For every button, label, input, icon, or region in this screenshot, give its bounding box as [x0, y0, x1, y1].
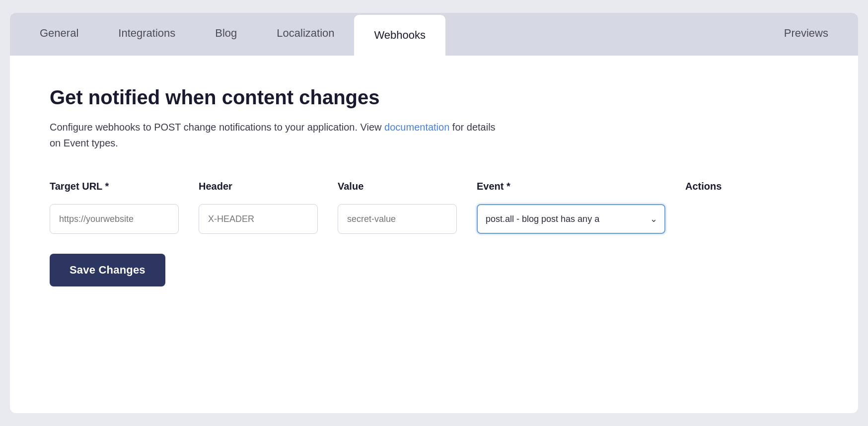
tab-integrations[interactable]: Integrations: [98, 13, 195, 56]
column-header-event: Event *: [477, 181, 665, 194]
tab-general[interactable]: General: [20, 13, 98, 56]
header-input[interactable]: [199, 204, 318, 234]
documentation-link[interactable]: documentation: [384, 122, 449, 133]
value-input[interactable]: [338, 204, 457, 234]
page-title: Get notified when content changes: [50, 85, 818, 109]
tab-bar: General Integrations Blog Localization W…: [10, 13, 858, 56]
page-description: Configure webhooks to POST change notifi…: [50, 119, 497, 151]
column-header-actions: Actions: [685, 181, 818, 194]
event-select-wrapper: post.all - blog post has any a post.crea…: [477, 204, 665, 234]
webhook-form-row: post.all - blog post has any a post.crea…: [50, 204, 818, 234]
target-url-input[interactable]: [50, 204, 179, 234]
column-header-header: Header: [199, 181, 318, 194]
event-select[interactable]: post.all - blog post has any a post.crea…: [486, 214, 656, 224]
webhooks-form: Target URL * Header Value Event * Action…: [50, 181, 818, 286]
tab-webhooks[interactable]: Webhooks: [354, 15, 445, 56]
tab-previews[interactable]: Previews: [764, 13, 848, 56]
main-content: Get notified when content changes Config…: [10, 56, 858, 413]
description-before-link: Configure webhooks to POST change notifi…: [50, 122, 384, 133]
column-header-target-url: Target URL *: [50, 181, 179, 194]
app-container: General Integrations Blog Localization W…: [10, 13, 858, 413]
column-header-value: Value: [338, 181, 457, 194]
tab-localization[interactable]: Localization: [257, 13, 354, 56]
save-changes-button[interactable]: Save Changes: [50, 254, 165, 286]
tab-blog[interactable]: Blog: [195, 13, 257, 56]
tab-spacer: [445, 13, 764, 56]
form-column-headers: Target URL * Header Value Event * Action…: [50, 181, 818, 194]
